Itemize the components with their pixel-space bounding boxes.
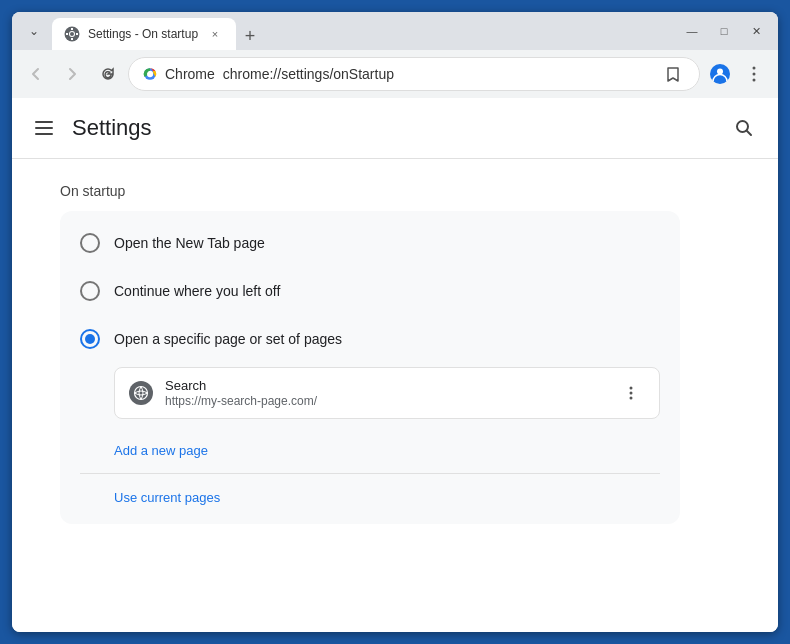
svg-point-11	[630, 392, 633, 395]
url-display: chrome://settings/onStartup	[223, 66, 651, 82]
back-icon	[28, 66, 44, 82]
chrome-label: Chrome	[165, 66, 215, 82]
three-dots-icon	[622, 384, 640, 402]
option-new-tab[interactable]: Open the New Tab page	[60, 219, 680, 267]
page-entry: Search https://my-search-page.com/	[114, 367, 660, 419]
svg-point-12	[630, 397, 633, 400]
option-continue-label: Continue where you left off	[114, 283, 280, 299]
search-settings-button[interactable]	[726, 110, 762, 146]
menu-dots-icon	[745, 65, 763, 83]
add-page-row: Add a new page	[60, 431, 680, 469]
address-bar-actions	[659, 60, 687, 88]
svg-point-9	[135, 387, 148, 400]
page-entry-area: Search https://my-search-page.com/	[60, 363, 680, 431]
active-tab[interactable]: Settings - On startup ×	[52, 18, 236, 50]
tab-list: Settings - On startup × +	[52, 12, 674, 50]
tab-title: Settings - On startup	[88, 27, 198, 41]
menu-button[interactable]	[738, 58, 770, 90]
settings-header: Settings	[12, 98, 778, 159]
reload-icon	[100, 66, 116, 82]
maximize-button[interactable]: □	[710, 17, 738, 45]
radio-specific	[80, 329, 100, 349]
hamburger-line-3	[35, 133, 53, 135]
settings-page-title: Settings	[72, 115, 714, 141]
option-specific-label: Open a specific page or set of pages	[114, 331, 342, 347]
svg-point-5	[753, 67, 756, 70]
section-title: On startup	[60, 183, 730, 199]
page-content: Settings On startup Open the New Tab pag…	[12, 98, 778, 632]
globe-icon	[133, 385, 149, 401]
tab-list-arrow[interactable]: ⌄	[20, 17, 48, 45]
radio-specific-dot	[85, 334, 95, 344]
forward-button[interactable]	[56, 58, 88, 90]
settings-body: On startup Open the New Tab page Continu…	[12, 159, 778, 632]
tab-close-button[interactable]: ×	[206, 25, 224, 43]
search-icon	[734, 118, 754, 138]
window-controls: — □ ✕	[678, 17, 770, 45]
bookmark-button[interactable]	[659, 60, 687, 88]
chrome-brand: Chrome	[141, 65, 215, 83]
svg-point-10	[630, 387, 633, 390]
profile-button[interactable]	[704, 58, 736, 90]
forward-icon	[64, 66, 80, 82]
close-button[interactable]: ✕	[742, 17, 770, 45]
page-entry-globe-icon	[129, 381, 153, 405]
page-entry-menu-button[interactable]	[617, 379, 645, 407]
back-button[interactable]	[20, 58, 52, 90]
page-entry-info: Search https://my-search-page.com/	[165, 378, 605, 408]
use-current-row: Use current pages	[60, 478, 680, 516]
add-new-page-button[interactable]: Add a new page	[114, 443, 208, 458]
profile-icon	[709, 63, 731, 85]
radio-new-tab	[80, 233, 100, 253]
option-specific[interactable]: Open a specific page or set of pages	[60, 315, 680, 363]
divider	[80, 473, 660, 474]
hamburger-line-2	[35, 127, 53, 129]
browser-window: ⌄ Settings - On startup × + — □ ✕	[12, 12, 778, 632]
reload-button[interactable]	[92, 58, 124, 90]
title-bar: ⌄ Settings - On startup × + — □ ✕	[12, 12, 778, 50]
option-new-tab-label: Open the New Tab page	[114, 235, 265, 251]
radio-continue	[80, 281, 100, 301]
svg-point-7	[753, 79, 756, 82]
minimize-button[interactable]: —	[678, 17, 706, 45]
page-entry-url: https://my-search-page.com/	[165, 394, 605, 408]
tab-favicon-icon	[64, 26, 80, 42]
svg-point-4	[717, 69, 723, 75]
nav-right	[704, 58, 770, 90]
nav-bar: Chrome chrome://settings/onStartup	[12, 50, 778, 98]
new-tab-button[interactable]: +	[236, 22, 264, 50]
hamburger-menu-button[interactable]	[28, 112, 60, 144]
options-card: Open the New Tab page Continue where you…	[60, 211, 680, 524]
address-bar[interactable]: Chrome chrome://settings/onStartup	[128, 57, 700, 91]
page-entry-name: Search	[165, 378, 605, 393]
chrome-logo-icon	[141, 65, 159, 83]
use-current-pages-button[interactable]: Use current pages	[114, 490, 220, 505]
option-continue[interactable]: Continue where you left off	[60, 267, 680, 315]
bookmark-icon	[665, 66, 681, 82]
hamburger-line-1	[35, 121, 53, 123]
svg-point-6	[753, 73, 756, 76]
